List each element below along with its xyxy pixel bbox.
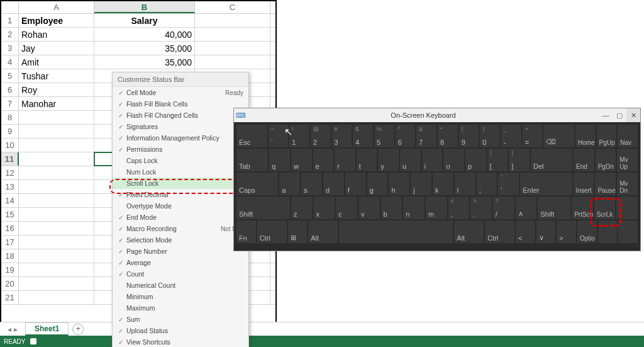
key-[interactable]: {[ <box>487 149 508 171</box>
menu-item[interactable]: ✓Permissions <box>113 144 248 155</box>
macro-record-icon[interactable] <box>30 338 36 344</box>
menu-item[interactable]: ✓Average <box>113 257 248 268</box>
key-ctrl[interactable]: Ctrl <box>485 220 514 243</box>
cell[interactable] <box>195 55 270 69</box>
key-b[interactable]: b <box>381 196 402 219</box>
row-header[interactable]: 15 <box>1 208 19 221</box>
row-header[interactable]: 8 <box>1 111 19 124</box>
key-n[interactable]: n <box>403 196 425 219</box>
cell[interactable]: 40,000 <box>94 28 195 41</box>
cell[interactable] <box>19 277 94 290</box>
row-header[interactable]: 12 <box>1 166 19 179</box>
key-pause[interactable]: Pause <box>595 173 616 195</box>
key-z[interactable]: z <box>291 196 313 219</box>
key-[interactable]: ⊞ <box>288 220 308 243</box>
cell[interactable] <box>19 152 94 166</box>
row-header[interactable]: 13 <box>1 180 19 193</box>
key-shift[interactable]: Shift <box>236 196 290 219</box>
key-r[interactable]: r <box>335 149 355 171</box>
key-5[interactable]: %5 <box>374 125 394 147</box>
key-[interactable]: "' <box>498 173 519 195</box>
cell[interactable] <box>19 291 94 304</box>
cell[interactable] <box>195 28 270 41</box>
key-alt[interactable]: Alt <box>454 220 484 243</box>
status-bar[interactable]: READY <box>0 336 644 347</box>
key-k[interactable]: k <box>433 173 453 195</box>
key-x[interactable]: x <box>314 196 335 219</box>
key-[interactable]: += <box>523 125 543 147</box>
menu-item[interactable]: ✓Macro RecordingNot Rec <box>113 223 248 234</box>
cell[interactable] <box>19 139 94 152</box>
menu-item[interactable]: Num Lock <box>113 166 248 178</box>
menu-item[interactable]: ✓Selection Mode <box>113 234 248 246</box>
cell[interactable] <box>19 125 94 138</box>
key-w[interactable]: w <box>291 149 312 171</box>
key-[interactable]: ∨ <box>536 220 556 243</box>
key-l[interactable]: l <box>455 173 475 195</box>
menu-item[interactable]: Numerical Count <box>113 280 248 291</box>
menu-item[interactable]: ✓Upload Status <box>113 325 248 336</box>
menu-item[interactable]: Overtype Mode <box>113 200 248 212</box>
row-header[interactable]: 9 <box>1 125 19 138</box>
add-sheet-button[interactable]: + <box>72 324 84 335</box>
key-blank[interactable] <box>339 220 453 243</box>
menu-item[interactable]: ✓Count <box>113 268 248 280</box>
row-header[interactable]: 16 <box>1 222 19 235</box>
key-shift[interactable]: Shift <box>538 196 570 219</box>
col-header-B[interactable]: B <box>94 1 195 13</box>
key-o[interactable]: o <box>443 149 464 171</box>
key-6[interactable]: ^6 <box>396 125 416 147</box>
minimize-button[interactable]: — <box>599 108 613 122</box>
key-3[interactable]: #3 <box>332 125 352 147</box>
key-f[interactable]: f <box>345 173 366 195</box>
sheet-tab[interactable]: Sheet1 <box>25 322 69 336</box>
cell[interactable]: Jay <box>19 42 94 55</box>
key-[interactable]: ?/ <box>493 196 514 219</box>
row-header[interactable]: 19 <box>1 263 19 276</box>
cell[interactable]: Salary <box>94 14 195 27</box>
menu-item[interactable]: ✓Fixed Decimal <box>113 189 248 200</box>
key-[interactable]: < <box>516 220 535 243</box>
key-y[interactable]: y <box>378 149 399 171</box>
key-q[interactable]: q <box>269 149 290 171</box>
key-t[interactable]: t <box>357 149 377 171</box>
key-optio[interactable]: Optio <box>577 220 597 243</box>
key-[interactable]: > <box>557 220 576 243</box>
cell[interactable]: Manohar <box>19 97 94 110</box>
cell[interactable] <box>19 166 94 179</box>
cell[interactable] <box>195 42 270 55</box>
cell[interactable]: 35,000 <box>94 42 195 55</box>
key-h[interactable]: h <box>389 173 409 195</box>
col-header-C[interactable]: C <box>195 1 270 13</box>
key-[interactable]: >. <box>470 196 492 219</box>
row-header[interactable]: 3 <box>1 42 19 55</box>
row-header[interactable]: 2 <box>1 28 19 41</box>
row-header[interactable]: 21 <box>1 291 19 304</box>
key-c[interactable]: c <box>336 196 357 219</box>
key-1[interactable]: !1 <box>289 125 309 147</box>
key-8[interactable]: *8 <box>438 125 458 147</box>
select-all-corner[interactable] <box>1 1 19 13</box>
key-[interactable]: :; <box>477 173 497 195</box>
key-u[interactable]: u <box>400 149 421 171</box>
row-header[interactable]: 20 <box>1 277 19 290</box>
cell[interactable] <box>19 111 94 124</box>
cell[interactable]: Roy <box>19 83 94 96</box>
cell[interactable]: Amit <box>19 55 94 69</box>
menu-item[interactable]: ✓Signatures <box>113 121 248 132</box>
key-mvup[interactable]: Mv Up <box>617 149 638 171</box>
key-[interactable]: ∧ <box>516 196 537 219</box>
menu-item[interactable]: ✓Flash Fill Changed Cells <box>113 110 248 121</box>
cell[interactable]: Employee <box>19 14 94 27</box>
row-header[interactable]: 18 <box>1 249 19 263</box>
key-esc[interactable]: Esc <box>236 125 267 147</box>
key-fn[interactable]: Fn <box>236 220 256 243</box>
cell[interactable] <box>19 222 94 235</box>
key-2[interactable]: @2 <box>311 125 331 147</box>
key-caps[interactable]: Caps <box>236 173 278 195</box>
key-p[interactable]: p <box>465 149 486 171</box>
key-[interactable]: }] <box>509 149 530 171</box>
row-header[interactable]: 10 <box>1 139 19 152</box>
key-blank[interactable] <box>616 196 638 219</box>
menu-item[interactable]: ✓Flash Fill Blank Cells <box>113 98 248 110</box>
